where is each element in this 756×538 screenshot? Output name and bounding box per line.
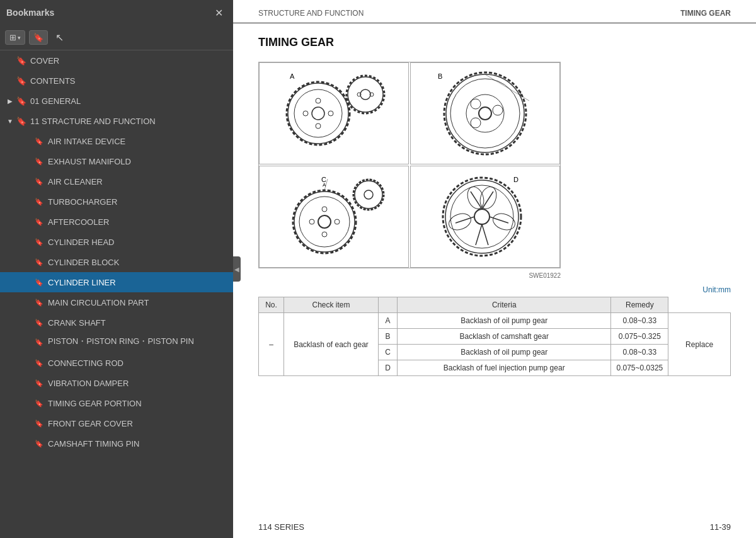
- bookmark-icon-camshaft-timing: 🔖: [34, 438, 44, 449]
- sidebar-item-air-cleaner[interactable]: 🔖 AIR CLEANER: [0, 171, 233, 192]
- sidebar-label-main-circulation: MAIN CIRCULATION PART: [48, 298, 149, 307]
- svg-point-36: [353, 180, 384, 210]
- svg-point-28: [293, 190, 356, 253]
- sidebar-label-01-general: 01 GENERAL: [30, 96, 81, 106]
- bookmark-icon-crank-shaft: 🔖: [34, 318, 44, 328]
- svg-text:D: D: [513, 176, 518, 183]
- table-row-a: – Backlash of each gear A Backlash of oi…: [259, 313, 731, 329]
- bookmark-icon-front-gear-cover: 🔖: [34, 418, 44, 428]
- table-cell-letter-a: A: [379, 313, 398, 329]
- sidebar-label-contents: CONTENTS: [30, 76, 76, 86]
- sidebar-item-vibration-damper[interactable]: 🔖 VIBRATION DAMPER: [0, 373, 233, 393]
- sidebar-label-timing-gear-portion: TIMING GEAR PORTION: [48, 399, 142, 408]
- expand-arrow-11-structure[interactable]: ▼: [5, 118, 15, 125]
- bookmark-icon-exhaust-manifold: 🔖: [34, 156, 44, 166]
- sidebar-item-main-circulation[interactable]: 🔖 MAIN CIRCULATION PART: [0, 292, 233, 312]
- sidebar-label-air-cleaner: AIR CLEANER: [48, 177, 103, 186]
- diagram-c: C: [259, 166, 409, 268]
- bookmark-icon-piston: 🔖: [34, 337, 44, 347]
- svg-point-5: [328, 111, 333, 116]
- bookmark-icon-timing-gear-portion: 🔖: [34, 398, 44, 408]
- table-cell-value-a: 0.08~0.33: [611, 313, 668, 329]
- sidebar-item-turbocharger[interactable]: 🔖 TURBOCHARGER: [0, 192, 233, 212]
- table-cell-criteria-a: Backlash of oil pump gear: [398, 313, 611, 329]
- sidebar-item-cylinder-liner[interactable]: 🔖 CYLINDER LINER: [0, 272, 233, 292]
- svg-point-16: [450, 79, 520, 148]
- svg-point-22: [471, 99, 481, 109]
- gear-diagram-d-svg: D: [428, 173, 542, 261]
- sidebar-item-air-intake[interactable]: 🔖 AIR INTAKE DEVICE: [0, 131, 233, 151]
- gear-diagram-c-svg: C: [277, 173, 391, 261]
- svg-point-27: [299, 197, 350, 247]
- sidebar-item-01-general[interactable]: ▶ 🔖 01 GENERAL: [0, 91, 233, 111]
- gear-diagram-b-svg: B: [428, 69, 542, 157]
- sidebar-label-cylinder-block: CYLINDER BLOCK: [48, 258, 119, 267]
- svg-line-47: [490, 217, 508, 223]
- sidebar-label-camshaft-timing: CAMSHAFT TIMING PIN: [48, 439, 139, 449]
- bookmark-icon-aftercooler: 🔖: [34, 217, 44, 227]
- sidebar-item-timing-gear-portion[interactable]: 🔖 TIMING GEAR PORTION: [0, 393, 233, 413]
- bookmark-icon-vibration-damper: 🔖: [34, 378, 44, 388]
- svg-point-9: [348, 77, 383, 112]
- page-footer: 114 SERIES 11-39: [233, 516, 756, 538]
- gear-diagram-a-svg: A: [277, 69, 391, 157]
- sidebar-label-11-structure: 11 STRACTURE AND FUNCTION: [30, 117, 156, 126]
- diagrams-container: A: [258, 62, 561, 268]
- collapse-sidebar-button[interactable]: ◀: [233, 256, 241, 282]
- sidebar-label-crank-shaft: CRANK SHAFT: [48, 318, 106, 328]
- svg-point-8: [316, 98, 321, 103]
- footer-right-text: 11-39: [710, 522, 731, 532]
- table-cell-value-b: 0.075~0.325: [611, 329, 668, 345]
- close-button[interactable]: ✕: [211, 6, 227, 20]
- svg-point-30: [335, 219, 340, 224]
- sidebar-item-exhaust-manifold[interactable]: 🔖 EXHAUST MANIFOLD: [0, 151, 233, 171]
- footer-left-text: 114 SERIES: [258, 522, 304, 532]
- table-cell-value-d: 0.075~0.0325: [611, 360, 668, 376]
- sidebar-item-cylinder-head[interactable]: 🔖 CYLINDER HEAD: [0, 232, 233, 252]
- grid-view-button[interactable]: ⊞ ▾: [5, 30, 25, 45]
- sidebar-label-piston: PISTON・PISTON RING・PISTON PIN: [48, 336, 194, 347]
- svg-text:B: B: [438, 72, 442, 80]
- sidebar-label-connecting-rod: CONNECTING ROD: [48, 358, 123, 368]
- svg-point-10: [360, 89, 370, 100]
- sidebar-item-aftercooler[interactable]: 🔖 AFTERCOOLER: [0, 212, 233, 232]
- table-cell-letter-d: D: [379, 360, 398, 376]
- chevron-down-icon: ▾: [18, 35, 21, 41]
- sidebar-item-crank-shaft[interactable]: 🔖 CRANK SHAFT: [0, 312, 233, 333]
- expand-arrow-01-general[interactable]: ▶: [5, 98, 15, 105]
- bookmark-nav-button[interactable]: 🔖: [29, 30, 48, 45]
- bookmark-icon-cylinder-block: 🔖: [34, 257, 44, 267]
- svg-point-6: [303, 111, 308, 116]
- sidebar-label-exhaust-manifold: EXHAUST MANIFOLD: [48, 157, 131, 166]
- sidebar-item-connecting-rod[interactable]: 🔖 CONNECTING ROD: [0, 353, 233, 373]
- bookmark-icon-air-cleaner: 🔖: [34, 176, 44, 186]
- bookmark-icon-main-circulation: 🔖: [34, 297, 44, 307]
- svg-point-32: [322, 232, 327, 237]
- bookmark-icon-01-general: 🔖: [16, 96, 26, 106]
- sidebar-item-front-gear-cover[interactable]: 🔖 FRONT GEAR COVER: [0, 413, 233, 433]
- svg-point-29: [318, 215, 331, 228]
- sidebar-header: Bookmarks ✕: [0, 0, 233, 25]
- svg-point-43: [474, 209, 490, 224]
- table-cell-criteria-b: Backlash of camshaft gear: [398, 329, 611, 345]
- sidebar-item-camshaft-timing[interactable]: 🔖 CAMSHAFT TIMING PIN: [0, 433, 233, 454]
- bookmark-icon-cover: 🔖: [16, 55, 26, 66]
- svg-point-19: [479, 107, 491, 120]
- page-body: TIMING GEAR A: [233, 23, 756, 516]
- bookmark-icon-turbocharger: 🔖: [34, 197, 44, 207]
- diagram-reference: SWE01922: [258, 272, 561, 279]
- sidebar-toolbar: ⊞ ▾ 🔖 ↖: [0, 25, 233, 50]
- table-header-check-item: Check item: [284, 297, 379, 313]
- header-left-text: STRUCTURE AND FUNCTION: [258, 9, 364, 18]
- table-header-remedy: Remedy: [611, 297, 668, 313]
- sidebar-item-cover[interactable]: 🔖 COVER: [0, 50, 233, 71]
- sidebar-item-11-structure[interactable]: ▼ 🔖 11 STRACTURE AND FUNCTION: [0, 111, 233, 131]
- bookmark-list[interactable]: 🔖 COVER 🔖 CONTENTS ▶ 🔖 01 GENERAL ▼ 🔖 11…: [0, 50, 233, 538]
- sidebar-item-contents[interactable]: 🔖 CONTENTS: [0, 71, 233, 91]
- sidebar: Bookmarks ✕ ⊞ ▾ 🔖 ↖ 🔖 COVER 🔖 CONTENTS ▶: [0, 0, 233, 538]
- svg-line-46: [455, 217, 474, 223]
- sidebar-item-piston[interactable]: 🔖 PISTON・PISTON RING・PISTON PIN: [0, 333, 233, 353]
- svg-line-23: [485, 74, 529, 101]
- sidebar-item-cylinder-block[interactable]: 🔖 CYLINDER BLOCK: [0, 252, 233, 272]
- table-cell-no: –: [259, 313, 284, 376]
